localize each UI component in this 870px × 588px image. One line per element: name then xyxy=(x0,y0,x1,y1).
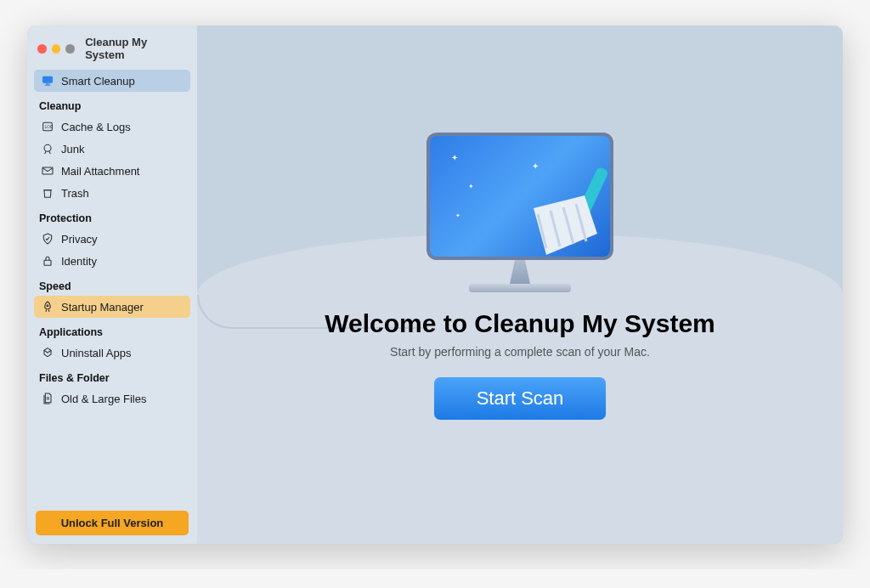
hero-illustration: ✦ ✦ ✦ ✦ xyxy=(427,133,613,292)
sidebar-item-label: Startup Manager xyxy=(61,301,144,314)
log-icon: LOG xyxy=(41,120,54,133)
sidebar-item-mail-attachment[interactable]: Mail Attachment xyxy=(34,160,190,182)
zoom-window-button[interactable] xyxy=(65,44,75,54)
svg-rect-7 xyxy=(44,260,51,265)
sidebar-item-label: Identity xyxy=(61,255,97,268)
welcome-subtitle: Start by performing a complete scan of y… xyxy=(325,345,715,359)
window-controls: Cleanup My System xyxy=(34,34,190,70)
sidebar-item-uninstall-apps[interactable]: Uninstall Apps xyxy=(34,342,190,364)
unlock-full-version-button[interactable]: Unlock Full Version xyxy=(36,511,189,535)
main-content: ✦ ✦ ✦ ✦ Welcome to Cleanup My System Sta… xyxy=(197,25,843,544)
sidebar-item-junk[interactable]: Junk xyxy=(34,138,190,160)
svg-point-8 xyxy=(47,305,48,307)
sidebar-item-privacy[interactable]: Privacy xyxy=(34,228,190,250)
sidebar-item-startup-manager[interactable]: Startup Manager xyxy=(34,296,190,318)
sidebar-section-applications: Applications xyxy=(39,326,185,338)
trash-icon xyxy=(41,186,54,200)
minimize-window-button[interactable] xyxy=(52,44,61,54)
svg-point-5 xyxy=(44,144,51,151)
sidebar-item-label: Junk xyxy=(61,143,84,155)
files-icon xyxy=(41,392,54,405)
sidebar-item-label: Cache & Logs xyxy=(61,121,131,133)
sidebar-section-protection: Protection xyxy=(39,212,185,224)
mail-icon xyxy=(41,164,54,178)
sidebar-section-cleanup: Cleanup xyxy=(39,100,185,112)
window-title: Cleanup My System xyxy=(85,36,187,61)
start-scan-button[interactable]: Start Scan xyxy=(434,377,607,420)
sidebar-item-identity[interactable]: Identity xyxy=(34,250,190,272)
sidebar-item-old-large-files[interactable]: Old & Large Files xyxy=(34,387,190,410)
sidebar-item-label: Uninstall Apps xyxy=(61,347,131,359)
app-window: Cleanup My System Smart Cleanup Cleanup … xyxy=(27,25,843,544)
sidebar-item-label: Smart Cleanup xyxy=(61,75,135,88)
welcome-title: Welcome to Cleanup My System xyxy=(325,309,715,338)
svg-rect-1 xyxy=(46,83,49,84)
shield-icon xyxy=(41,232,54,246)
monitor-icon xyxy=(41,74,54,88)
hero: ✦ ✦ ✦ ✦ Welcome to Cleanup My System Sta… xyxy=(325,133,715,420)
sidebar-item-trash[interactable]: Trash xyxy=(34,182,190,204)
sidebar-item-cache-logs[interactable]: LOG Cache & Logs xyxy=(34,116,190,138)
svg-rect-6 xyxy=(42,167,53,174)
sidebar-section-files-folder: Files & Folder xyxy=(39,372,185,384)
sidebar-item-label: Old & Large Files xyxy=(61,393,146,405)
svg-rect-2 xyxy=(45,85,51,86)
close-window-button[interactable] xyxy=(37,44,47,54)
sidebar: Cleanup My System Smart Cleanup Cleanup … xyxy=(27,25,197,544)
sidebar-section-speed: Speed xyxy=(39,280,185,292)
hero-screen-icon: ✦ ✦ ✦ ✦ xyxy=(427,133,613,260)
sidebar-item-smart-cleanup[interactable]: Smart Cleanup xyxy=(34,70,190,92)
sidebar-item-label: Privacy xyxy=(61,233,98,246)
junk-icon xyxy=(41,142,54,155)
svg-rect-0 xyxy=(42,76,53,83)
broom-icon xyxy=(504,161,613,260)
sidebar-item-label: Mail Attachment xyxy=(61,165,140,178)
sidebar-item-label: Trash xyxy=(61,187,89,200)
app-icon xyxy=(41,346,54,359)
svg-text:LOG: LOG xyxy=(45,125,54,129)
rocket-icon xyxy=(41,300,54,314)
lock-icon xyxy=(41,254,54,268)
